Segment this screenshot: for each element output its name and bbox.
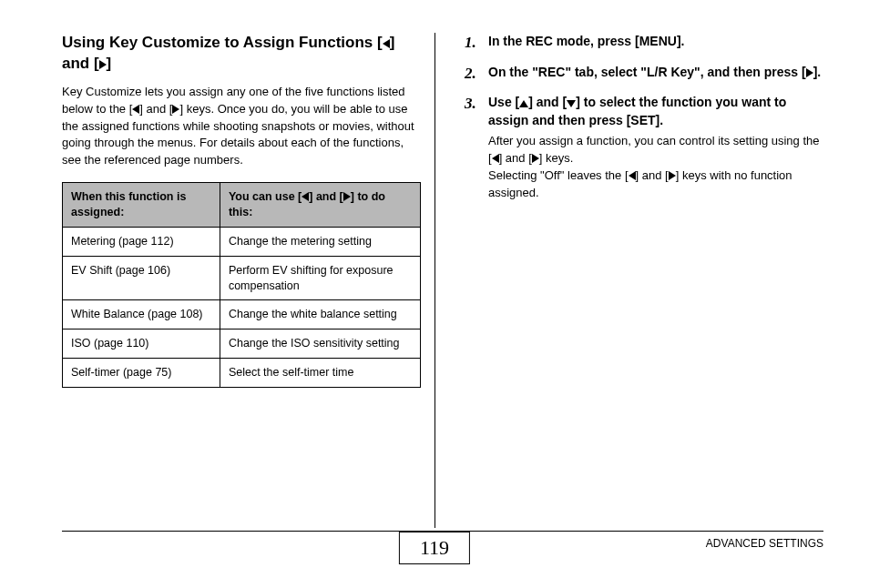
table-row: White Balance (page 108) Change the whit… [63,300,421,329]
func-name: Self-timer (page 75) [63,359,220,388]
body-text: ] keys. [539,151,574,165]
func-name: ISO (page 110) [63,329,220,359]
func-name: Metering (page 112) [63,227,220,256]
right-arrow-icon [669,171,676,180]
table-row: Self-timer (page 75) Select the self-tim… [63,359,421,388]
func-desc: Perform EV shifting for exposure compens… [220,256,420,300]
step-text: ]. [813,65,822,79]
table-row: EV Shift (page 106) Perform EV shifting … [63,256,421,300]
body-text: ] and [ [636,168,669,182]
step-item: Use [] and [] to select the function you… [485,94,823,202]
functions-table: When this function is assigned: You can … [62,182,421,388]
column-divider [434,33,435,528]
func-desc: Change the metering setting [220,227,420,256]
manual-page: Using Key Customize to Assign Functions … [0,0,869,588]
page-number: 119 [399,532,470,564]
func-desc: Select the self-timer time [220,359,420,388]
right-column: In the REC mode, press [MENU]. On the "R… [443,33,823,515]
table-header: When this function is assigned: [63,183,220,228]
th-text: ] and [ [309,190,343,203]
step-item: In the REC mode, press [MENU]. [485,33,823,51]
th-text: You can use [ [229,190,302,203]
intro-text: ] and [ [139,102,172,116]
right-arrow-icon [343,192,351,201]
step-text: On the "REC" tab, select "L/R Key", and … [488,65,806,79]
step-text: In the REC mode, press [MENU]. [488,34,684,48]
step-text: Use [ [488,95,519,109]
footer-section-label: ADVANCED SETTINGS [706,537,823,550]
right-arrow-icon [532,154,539,163]
section-heading: Using Key Customize to Assign Functions … [62,33,421,75]
right-arrow-icon [806,68,813,77]
table-header-row: When this function is assigned: You can … [63,183,421,228]
table-row: ISO (page 110) Change the ISO sensitivit… [63,329,421,359]
heading-text: Using Key Customize to Assign Functions … [62,34,383,51]
func-desc: Change the white balance setting [220,300,420,329]
step-item: On the "REC" tab, select "L/R Key", and … [485,64,823,82]
step-text: ] and [ [528,95,567,109]
left-column: Using Key Customize to Assign Functions … [62,33,443,515]
table-header: You can use [] and [] to do this: [220,183,420,228]
step-body: After you assign a function, you can con… [488,133,823,201]
left-arrow-icon [383,39,390,48]
intro-paragraph: Key Customize lets you assign any one of… [62,84,421,169]
left-arrow-icon [492,154,499,163]
content-columns: Using Key Customize to Assign Functions … [62,33,823,515]
right-arrow-icon [99,60,107,69]
steps-list: In the REC mode, press [MENU]. On the "R… [465,33,823,202]
body-text: ] and [ [499,151,532,165]
func-name: White Balance (page 108) [63,300,220,329]
func-desc: Change the ISO sensitivity setting [220,329,420,359]
left-arrow-icon [629,171,636,180]
table-row: Metering (page 112) Change the metering … [63,227,421,256]
down-arrow-icon [567,100,576,107]
func-name: EV Shift (page 106) [63,256,220,300]
up-arrow-icon [519,100,528,107]
heading-text: ] [107,55,112,72]
body-text: Selecting "Off" leaves the [ [488,168,629,182]
